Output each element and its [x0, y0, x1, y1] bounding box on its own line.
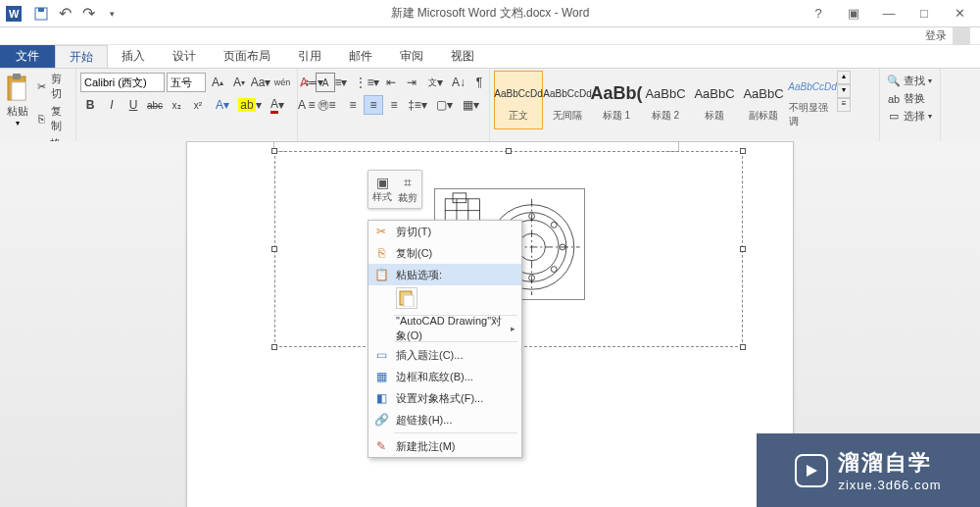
- svg-text:W: W: [9, 8, 20, 20]
- qat-redo[interactable]: ↷: [78, 4, 98, 24]
- resize-handle[interactable]: [740, 246, 746, 252]
- grow-font-button[interactable]: A▴: [208, 73, 227, 92]
- tab-view[interactable]: 视图: [437, 45, 488, 68]
- ctx-cut[interactable]: ✂ 剪切(T): [368, 221, 521, 242]
- show-marks-button[interactable]: ¶: [469, 73, 489, 92]
- ctx-copy[interactable]: ⎘ 复制(C): [368, 242, 521, 264]
- strike-button[interactable]: abc: [145, 95, 165, 115]
- tab-design[interactable]: 设计: [159, 45, 210, 68]
- resize-handle[interactable]: [506, 148, 512, 154]
- style-heading2[interactable]: AaBbC标题 2: [641, 71, 690, 129]
- svg-rect-3: [38, 8, 44, 12]
- style-normal[interactable]: AaBbCcDd正文: [494, 71, 543, 129]
- ctx-hyperlink[interactable]: 🔗 超链接(H)...: [368, 409, 521, 431]
- caption-icon: ▭: [373, 347, 389, 363]
- bullets-button[interactable]: ≔▾: [302, 73, 327, 92]
- qat-save[interactable]: [31, 4, 51, 24]
- crop-icon: ⌗: [404, 175, 412, 191]
- tab-layout[interactable]: 页面布局: [210, 45, 284, 68]
- find-button[interactable]: 🔍查找▾: [884, 73, 935, 89]
- align-center-button[interactable]: ≡: [322, 95, 342, 115]
- shading-button[interactable]: ▢▾: [431, 95, 457, 115]
- resize-handle[interactable]: [740, 148, 746, 154]
- sort-button[interactable]: A↓: [449, 73, 468, 92]
- select-icon: ▭: [887, 110, 901, 124]
- word-app-icon: W: [6, 6, 22, 22]
- scissors-icon: ✂: [36, 79, 48, 93]
- cut-button[interactable]: ✂剪切: [33, 71, 72, 102]
- subscript-button[interactable]: x₂: [167, 95, 186, 115]
- resize-handle[interactable]: [740, 344, 746, 350]
- tab-mailings[interactable]: 邮件: [335, 45, 386, 68]
- ctx-paste-options[interactable]: 📋 粘贴选项:: [368, 264, 521, 285]
- login-link[interactable]: 登录: [925, 28, 947, 43]
- tab-references[interactable]: 引用: [284, 45, 335, 68]
- tab-file[interactable]: 文件: [0, 45, 55, 68]
- bold-button[interactable]: B: [80, 95, 100, 115]
- shrink-font-button[interactable]: A▾: [229, 73, 249, 92]
- justify-button[interactable]: ≡: [364, 95, 383, 115]
- font-name-select[interactable]: [80, 73, 165, 92]
- multilevel-button[interactable]: ⋮≡▾: [355, 73, 380, 92]
- distribute-button[interactable]: ≡: [384, 95, 404, 115]
- minimize-icon[interactable]: ―: [876, 4, 902, 24]
- asian-layout-button[interactable]: 文▾: [422, 73, 448, 92]
- qat-more[interactable]: ▾: [102, 4, 122, 24]
- ribbon-display-icon[interactable]: ▣: [841, 4, 866, 24]
- style-heading1[interactable]: AaBb(标题 1: [592, 71, 641, 129]
- svg-point-26: [551, 267, 557, 273]
- font-color-button[interactable]: A▾: [265, 95, 290, 115]
- mini-style-button[interactable]: ▣ 样式: [370, 173, 394, 206]
- resize-handle[interactable]: [271, 148, 277, 154]
- paste-option-keep-source[interactable]: [396, 287, 417, 309]
- ctx-insert-caption[interactable]: ▭ 插入题注(C)...: [368, 344, 521, 366]
- paste-icon: 📋: [373, 267, 389, 282]
- numbering-button[interactable]: ≡▾: [328, 73, 354, 92]
- align-left-button[interactable]: ≡: [302, 95, 321, 115]
- decrease-indent-button[interactable]: ⇤: [381, 73, 401, 92]
- tab-home[interactable]: 开始: [55, 45, 108, 68]
- borders-button[interactable]: ▦▾: [458, 95, 483, 115]
- style-title[interactable]: AaBbC标题: [690, 71, 739, 129]
- paste-button[interactable]: 粘贴 ▾: [4, 71, 31, 127]
- copy-button[interactable]: ⎘复制: [33, 103, 72, 134]
- ctx-format-object[interactable]: ◧ 设置对象格式(F)...: [368, 387, 521, 409]
- find-icon: 🔍: [887, 75, 901, 88]
- style-icon: ▣: [376, 175, 389, 190]
- ctx-autocad-object[interactable]: "AutoCAD Drawing"对象(O) ▸: [368, 318, 521, 339]
- tab-review[interactable]: 审阅: [386, 45, 437, 68]
- styles-gallery[interactable]: AaBbCcDd正文 AaBbCcDd无间隔 AaBb(标题 1 AaBbC标题…: [494, 71, 837, 129]
- styles-scroll-up[interactable]: ▴: [837, 71, 851, 84]
- select-button[interactable]: ▭选择▾: [884, 108, 935, 125]
- mini-crop-button[interactable]: ⌗ 裁剪: [396, 173, 419, 206]
- resize-handle[interactable]: [271, 246, 277, 252]
- increase-indent-button[interactable]: ⇥: [402, 73, 421, 92]
- font-size-select[interactable]: [167, 73, 206, 92]
- qat-undo[interactable]: ↶: [55, 4, 74, 24]
- styles-scroll-down[interactable]: ▾: [837, 84, 851, 98]
- phonetic-guide-button[interactable]: wén: [272, 73, 292, 92]
- text-effects-button[interactable]: A▾: [210, 95, 235, 115]
- style-subtle-emphasis[interactable]: AaBbCcDd不明显强调: [788, 71, 837, 129]
- help-icon[interactable]: ?: [806, 4, 831, 24]
- underline-button[interactable]: U: [123, 95, 143, 115]
- superscript-button[interactable]: x²: [188, 95, 208, 115]
- ctx-borders[interactable]: ▦ 边框和底纹(B)...: [368, 366, 521, 387]
- ctx-new-comment[interactable]: ✎ 新建批注(M): [368, 435, 521, 457]
- style-no-spacing[interactable]: AaBbCcDd无间隔: [543, 71, 592, 129]
- replace-button[interactable]: ab替换: [884, 90, 928, 107]
- line-spacing-button[interactable]: ‡≡▾: [405, 95, 430, 115]
- watermark-en: zixue.3d66.com: [838, 478, 941, 492]
- style-subtitle[interactable]: AaBbC副标题: [739, 71, 788, 129]
- highlight-button[interactable]: ab▾: [237, 95, 263, 115]
- resize-handle[interactable]: [271, 344, 277, 350]
- mini-toolbar: ▣ 样式 ⌗ 裁剪: [368, 170, 422, 209]
- tab-insert[interactable]: 插入: [108, 45, 159, 68]
- change-case-button[interactable]: Aa▾: [251, 73, 270, 92]
- close-icon[interactable]: ✕: [947, 4, 972, 24]
- user-icon[interactable]: [953, 27, 970, 45]
- styles-expand[interactable]: ≡: [837, 98, 851, 112]
- maximize-icon[interactable]: □: [911, 4, 937, 24]
- align-right-button[interactable]: ≡: [343, 95, 363, 115]
- italic-button[interactable]: I: [102, 95, 122, 115]
